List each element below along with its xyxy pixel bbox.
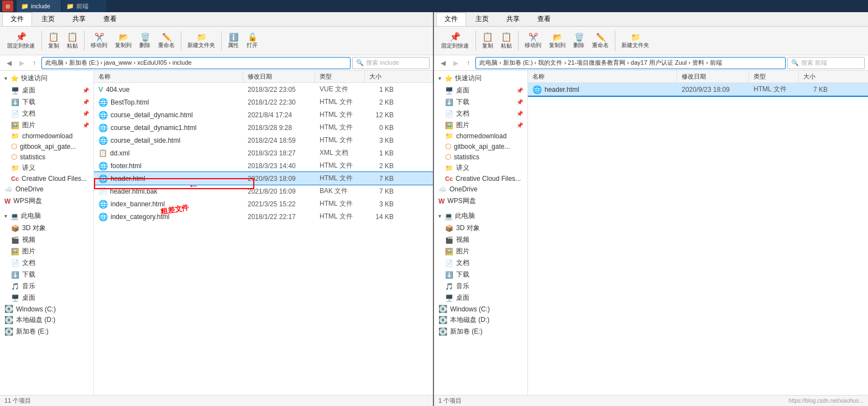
open-btn[interactable]: 🔓打开 — [243, 32, 261, 50]
right-nav-download2[interactable]: ⬇️下载 — [434, 269, 527, 280]
this-pc-header[interactable]: ▼ 💻 此电脑 — [0, 210, 93, 222]
right-tab-home[interactable]: 主页 — [467, 12, 497, 26]
nav-item-gitbook[interactable]: ⬡gitbook_api_gate... — [0, 141, 93, 152]
col-size-header[interactable]: 大小 — [365, 71, 398, 82]
right-nav-docs2[interactable]: 📄文档 — [434, 257, 527, 269]
move-btn[interactable]: ✂️移动到 — [87, 32, 111, 50]
nav-item-drive-e[interactable]: 💽新加卷 (E:) — [0, 326, 93, 337]
left-address-path[interactable]: 此电脑 › 新加卷 (E:) › java_www › xcEduUI05 › … — [41, 57, 351, 69]
left-file-row[interactable]: 🌐 BestTop.html 2018/1/22 22:30 HTML 文件 2… — [94, 96, 433, 108]
right-col-type-header[interactable]: 类型 — [749, 71, 799, 82]
right-nav-drive-e[interactable]: 💽新加卷 (E:) — [434, 326, 527, 337]
right-nav-onedrive[interactable]: ☁️OneDrive — [434, 184, 527, 195]
nav-item-images[interactable]: 🖼️图片📌 — [0, 119, 93, 131]
nav-item-images2[interactable]: 🖼️图片 — [0, 246, 93, 257]
left-file-row[interactable]: 🌐 index_category.html 2018/1/22 22:17 HT… — [94, 210, 433, 223]
right-nav-jiangyi[interactable]: 📁讲义 — [434, 162, 527, 174]
right-new-folder-btn[interactable]: 📁新建文件夹 — [618, 32, 652, 50]
nav-item-jiangyi[interactable]: 📁讲义 — [0, 162, 93, 174]
left-tab-file[interactable]: 文件 — [2, 12, 32, 26]
left-file-row[interactable]: 📄 header.html.bak 2021/8/20 16:09 BAK 文件… — [94, 185, 433, 197]
nav-item-docs[interactable]: 📄文档📌 — [0, 108, 93, 119]
right-nav-images[interactable]: 🖼️图片📌 — [434, 119, 527, 131]
right-nav-music[interactable]: 🎵音乐 — [434, 280, 527, 292]
right-nav-up-btn[interactable]: ↑ — [463, 58, 474, 69]
left-file-row[interactable]: V 404.vue 2018/3/22 23:05 VUE 文件 1 KB — [94, 83, 433, 96]
left-tab-home[interactable]: 主页 — [33, 12, 63, 26]
right-nav-chrome[interactable]: 📁chormedownload — [434, 131, 527, 141]
right-nav-drive-d[interactable]: 💽本地磁盘 (D:) — [434, 314, 527, 326]
col-name-header[interactable]: 名称 — [94, 71, 243, 82]
pin-to-quickaccess-btn[interactable]: 📌 固定到快速 — [3, 30, 39, 51]
nav-back-btn[interactable]: ◀ — [3, 58, 14, 69]
right-tab-view[interactable]: 查看 — [529, 12, 559, 26]
left-search-box[interactable]: 🔍 搜索 include — [352, 57, 430, 69]
right-nav-back-btn[interactable]: ◀ — [437, 58, 448, 69]
copy-btn[interactable]: 📋复制 — [45, 30, 62, 51]
nav-forward-btn[interactable]: ▶ — [16, 58, 27, 69]
rename-btn[interactable]: ✏️重命名 — [155, 32, 178, 50]
right-nav-statistics[interactable]: ⬡statistics — [434, 152, 527, 162]
nav-item-chrome[interactable]: 📁chormedownload — [0, 131, 93, 141]
taskbar-app-icon-2[interactable]: 📁 前端 — [62, 0, 106, 12]
left-file-row[interactable]: 📋 dd.xml 2018/3/23 18:27 XML 文档 1 KB — [94, 147, 433, 159]
right-file-row[interactable]: 🌐 header.html 2020/9/23 18:09 HTML 文件 7 … — [528, 83, 868, 96]
left-file-row[interactable]: 🌐 footer.html 2018/3/23 14:40 HTML 文件 2 … — [94, 159, 433, 172]
nav-item-desktop2[interactable]: 🖥️桌面 — [0, 292, 93, 304]
right-nav-video[interactable]: 🎬视频 — [434, 234, 527, 246]
right-nav-forward-btn[interactable]: ▶ — [450, 58, 461, 69]
right-quick-access-header[interactable]: ▼ ⭐ 快速访问 — [434, 72, 527, 85]
right-col-date-header[interactable]: 修改日期 — [677, 71, 749, 82]
left-file-row[interactable]: 🌐 course_detail_side.html 2018/2/24 18:5… — [94, 134, 433, 147]
nav-item-docs2[interactable]: 📄文档 — [0, 257, 93, 269]
nav-item-video[interactable]: 🎬视频 — [0, 234, 93, 246]
right-col-size-header[interactable]: 大小 — [799, 71, 832, 82]
right-delete-btn[interactable]: 🗑️删除 — [570, 32, 588, 50]
right-nav-cc[interactable]: CcCreative Cloud Files... — [434, 174, 527, 184]
right-copy-btn[interactable]: 📋复制 — [479, 30, 496, 51]
nav-item-desktop[interactable]: 🖥️桌面📌 — [0, 85, 93, 96]
nav-item-cc[interactable]: CcCreative Cloud Files... — [0, 174, 93, 184]
right-col-name-header[interactable]: 名称 — [528, 71, 677, 82]
nav-item-3d[interactable]: 📦3D 对象 — [0, 222, 93, 234]
nav-item-statistics-left[interactable]: ⬡statistics — [0, 152, 93, 162]
left-tab-share[interactable]: 共享 — [64, 12, 94, 26]
right-nav-gitbook[interactable]: ⬡gitbook_api_gate... — [434, 141, 527, 152]
right-paste-btn[interactable]: 📋粘贴 — [498, 30, 515, 51]
quick-access-header[interactable]: ▼ ⭐ 快速访问 — [0, 72, 93, 85]
nav-item-drive-d[interactable]: 💽本地磁盘 (D:) — [0, 314, 93, 326]
right-pin-btn[interactable]: 📌 固定到快速 — [437, 30, 473, 51]
right-tab-file[interactable]: 文件 — [436, 12, 466, 26]
right-move-btn[interactable]: ✂️移动到 — [521, 32, 545, 50]
right-search-box[interactable]: 🔍 搜索 前端 — [787, 57, 865, 69]
nav-item-drive-c[interactable]: 💽Windows (C:) — [0, 304, 93, 314]
right-address-path[interactable]: 此电脑 › 新加卷 (E:) › 我的文件 › 21-项目微服务教育网 › da… — [475, 57, 786, 69]
right-nav-download[interactable]: ⬇️下载📌 — [434, 96, 527, 108]
delete-btn[interactable]: 🗑️删除 — [136, 32, 154, 50]
properties-btn[interactable]: ℹ️属性 — [224, 32, 242, 50]
paste-btn[interactable]: 📋粘贴 — [64, 30, 81, 51]
right-nav-desktop[interactable]: 🖥️桌面📌 — [434, 85, 527, 96]
right-copy-to-btn[interactable]: 📂复制到 — [546, 32, 569, 50]
nav-item-download[interactable]: ⬇️下载📌 — [0, 96, 93, 108]
right-nav-desktop2[interactable]: 🖥️桌面 — [434, 292, 527, 304]
nav-item-onedrive[interactable]: ☁️OneDrive — [0, 184, 93, 195]
left-file-row[interactable]: 🌐 header.html 2020/9/23 18:09 HTML 文件 7 … — [94, 172, 433, 185]
copy-to-btn[interactable]: 📂复制到 — [112, 32, 135, 50]
right-nav-3d[interactable]: 📦3D 对象 — [434, 222, 527, 234]
right-nav-images2[interactable]: 🖼️图片 — [434, 246, 527, 257]
left-file-row[interactable]: 🌐 course_detail_dynamic.html 2021/8/4 17… — [94, 108, 433, 121]
col-type-header[interactable]: 类型 — [315, 71, 365, 82]
left-tab-view[interactable]: 查看 — [95, 12, 125, 26]
right-tab-share[interactable]: 共享 — [498, 12, 528, 26]
right-nav-drive-c[interactable]: 💽Windows (C:) — [434, 304, 527, 314]
left-file-row[interactable]: 🌐 index_banner.html 2021/3/25 15:22 HTML… — [94, 197, 433, 210]
right-nav-docs[interactable]: 📄文档📌 — [434, 108, 527, 119]
nav-item-music[interactable]: 🎵音乐 — [0, 280, 93, 292]
right-nav-wps[interactable]: WWPS网盘 — [434, 195, 527, 207]
new-folder-btn[interactable]: 📁新建文件夹 — [184, 32, 218, 50]
left-file-row[interactable]: 🌐 course_detail_dynamic1.html 2018/3/28 … — [94, 121, 433, 134]
nav-item-wps[interactable]: WWPS网盘 — [0, 195, 93, 207]
col-date-header[interactable]: 修改日期 — [243, 71, 315, 82]
right-rename-btn[interactable]: ✏️重命名 — [589, 32, 612, 50]
